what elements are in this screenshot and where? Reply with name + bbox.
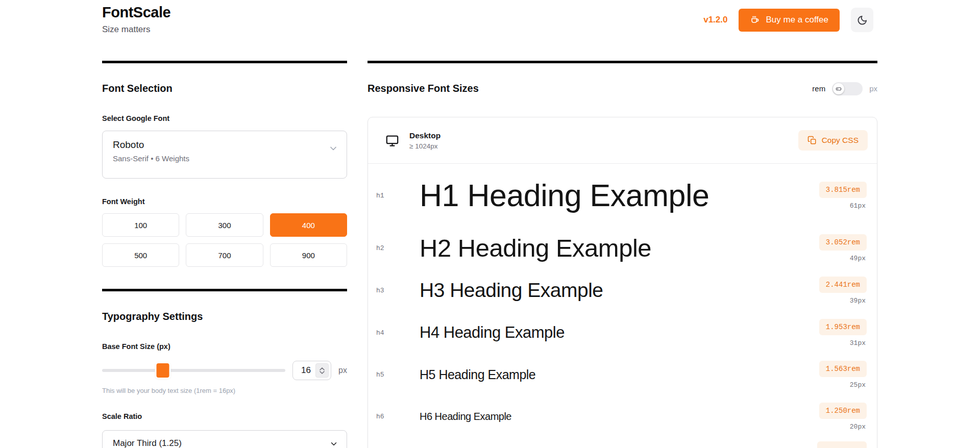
copy-css-button[interactable]: Copy CSS [798,130,868,151]
responsive-font-sizes-title: Responsive Font Sizes [368,82,479,95]
slider-thumb[interactable] [156,363,169,378]
font-selection-title: Font Selection [102,82,347,95]
heading-size-meta: 1.953rem 31px [819,319,867,347]
heading-tag-label: h5 [376,371,420,379]
buy-me-a-coffee-label: Buy me a coffee [766,15,828,25]
typography-settings-title: Typography Settings [102,310,347,323]
heading-tag-label: h3 [376,287,420,294]
weight-button-700[interactable]: 700 [186,243,263,267]
heading-sample-text: H4 Heading Example [420,323,819,342]
stepper-down-icon[interactable] [320,371,325,374]
select-google-font-label: Select Google Font [102,113,347,123]
heading-preview-row: h4 H4 Heading Example 1.953rem 31px [368,312,877,354]
breakpoint-card-header: Desktop ≥ 1024px Copy CSS [368,117,877,164]
device-labels: Desktop ≥ 1024px [409,131,440,150]
font-weight-label: Font Weight [102,196,347,207]
heading-size-meta: 1.563rem 25px [819,361,867,389]
preview-header: Responsive Font Sizes rem px [368,82,877,95]
weight-button-400[interactable]: 400 [270,213,347,237]
coffee-cup-icon [750,15,760,25]
version-badge: v1.2.0 [703,15,727,25]
base-font-size-control: px [102,361,347,380]
px-unit-label: px [338,366,347,375]
preview-panel: Responsive Font Sizes rem px [368,61,877,448]
weight-button-500[interactable]: 500 [102,243,179,267]
device-info: Desktop ≥ 1024px [385,131,440,150]
scale-ratio-select[interactable]: Major Third (1.25) [102,430,347,448]
chevron-down-icon [328,143,338,154]
buy-me-a-coffee-button[interactable]: Buy me a coffee [739,9,840,32]
font-weight-options: 100 300 400 500 700 900 [102,213,347,267]
section-divider [102,61,347,63]
unit-toggle: rem px [812,82,877,95]
heading-size-meta: 3.052rem 49px [819,234,867,262]
device-name: Desktop [409,131,440,140]
partial-next-row [368,437,877,448]
weight-button-900[interactable]: 900 [270,243,347,267]
selected-font-name: Roboto [113,139,322,151]
px-size-label: 49px [850,255,867,262]
copy-icon [807,136,817,145]
rem-size-badge: 1.250rem [819,403,867,419]
heading-sample-text: H2 Heading Example [420,234,819,262]
heading-sample-text: H6 Heading Example [420,411,819,422]
heading-preview-row: h6 H6 Heading Example 1.250rem 20px [368,395,877,437]
heading-preview-row: h1 H1 Heading Example 3.815rem 61px [368,164,877,227]
heading-sample-text: H5 Heading Example [420,367,819,382]
header-actions: v1.2.0 Buy me a coffee [703,8,873,32]
main-content: Font Selection Select Google Font Roboto… [102,61,877,448]
app-title: FontScale [102,4,170,21]
heading-tag-label: h2 [376,244,420,252]
px-size-label: 20px [850,423,867,431]
chevron-down-icon [329,439,338,448]
rem-size-badge: 1.563rem [819,361,867,377]
rem-size-badge: 3.815rem [819,182,867,198]
monitor-icon [385,134,399,147]
rem-px-switch[interactable] [832,82,863,95]
stepper-up-icon[interactable] [320,367,325,370]
desktop-breakpoint-card: Desktop ≥ 1024px Copy CSS [368,117,877,448]
px-size-label: 61px [850,202,867,210]
heading-size-meta: 1.250rem 20px [819,403,867,431]
section-divider [368,61,877,63]
section-divider [102,289,347,291]
fontscale-app: FontScale Size matters v1.2.0 Buy me a c… [0,0,980,448]
rem-size-badge: 1.953rem [819,319,867,335]
heading-size-meta: 3.815rem 61px [819,182,867,210]
copy-css-label: Copy CSS [822,136,859,145]
px-size-label: 25px [850,381,867,389]
heading-sample-text: H3 Heading Example [420,279,819,302]
number-stepper[interactable] [315,363,329,378]
moon-icon [856,14,868,26]
px-size-label: 39px [850,297,867,305]
rem-unit-label: rem [812,84,825,93]
brand-block: FontScale Size matters [102,4,170,35]
rem-size-badge: 2.441rem [819,277,867,293]
scale-ratio-label: Scale Ratio [102,411,347,421]
base-font-size-hint: This will be your body text size (1rem =… [102,386,347,395]
px-size-label: 31px [850,339,867,347]
heading-preview-row: h3 H3 Heading Example 2.441rem 39px [368,269,877,312]
google-font-dropdown[interactable]: Roboto Sans-Serif • 6 Weights [102,131,347,179]
heading-tag-label: h6 [376,413,420,420]
scale-ratio-value: Major Third (1.25) [113,438,182,448]
dark-mode-toggle-button[interactable] [851,8,873,32]
settings-sidebar: Font Selection Select Google Font Roboto… [102,61,347,448]
app-tagline: Size matters [102,24,170,35]
switch-knob[interactable] [833,83,844,94]
toggle-knob-icon [836,86,842,92]
weight-button-100[interactable]: 100 [102,213,179,237]
px-unit-label: px [869,84,877,93]
selected-font-meta: Sans-Serif • 6 Weights [113,154,322,163]
rem-size-badge: 3.052rem [819,234,867,251]
device-breakpoint: ≥ 1024px [409,142,440,150]
heading-preview-row: h5 H5 Heading Example 1.563rem 25px [368,354,877,395]
heading-size-meta: 2.441rem 39px [819,277,867,305]
base-font-size-label: Base Font Size (px) [102,341,347,352]
base-font-size-slider[interactable] [102,369,285,372]
heading-sample-text: H1 Heading Example [420,178,819,213]
base-font-size-field-wrap [292,361,331,380]
heading-tag-label: h1 [376,192,420,200]
weight-button-300[interactable]: 300 [186,213,263,237]
rem-size-badge [817,441,867,448]
